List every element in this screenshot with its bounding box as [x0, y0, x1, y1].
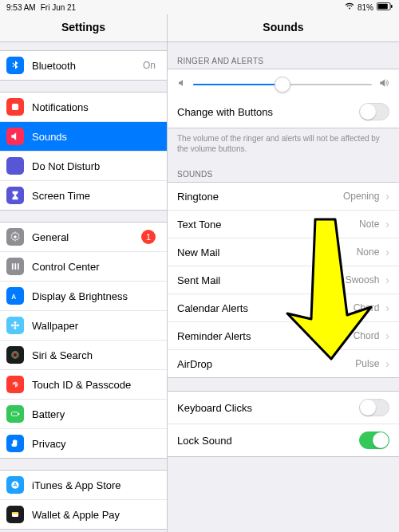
display-icon: A [6, 287, 24, 305]
detail-pane: Sounds RINGER AND ALERTS Change with But… [168, 14, 399, 532]
row-label: Text Tone [177, 219, 359, 231]
svg-rect-1 [378, 4, 388, 10]
chevron-right-icon: › [385, 190, 389, 203]
notifications-icon [6, 98, 24, 116]
sidebar-item-appstore[interactable]: iTunes & App Store [0, 471, 167, 500]
chevron-right-icon: › [385, 246, 389, 258]
sidebar-item-label: Do Not Disturb [32, 160, 159, 172]
toggle-row-lock-sound: Lock Sound [168, 424, 399, 456]
bluetooth-icon [6, 57, 24, 74]
sidebar-item-touchid[interactable]: Touch ID & Passcode [0, 370, 167, 400]
sidebar-item-label: Battery [32, 408, 159, 420]
row-value: Swoosh [346, 274, 380, 286]
sidebar-item-label: Wallpaper [32, 320, 159, 332]
status-time: 9:53 AM [6, 3, 36, 12]
ringer-footer: The volume of the ringer and alerts will… [168, 128, 399, 156]
sound-row-airdrop[interactable]: AirDropPulse› [168, 350, 399, 377]
toggles-group: Keyboard ClicksLock Sound [168, 391, 399, 457]
sidebar-item-value: On [143, 60, 156, 71]
sound-row-sent-mail[interactable]: Sent MailSwoosh› [168, 266, 399, 294]
row-label: Ringtone [177, 191, 343, 203]
row-label: Keyboard Clicks [177, 402, 359, 414]
chevron-right-icon: › [385, 274, 389, 286]
sidebar-item-label: Touch ID & Passcode [32, 379, 159, 391]
sound-row-reminder-alerts[interactable]: Reminder AlertsChord› [168, 322, 399, 350]
sidebar-item-privacy[interactable]: Privacy [0, 429, 167, 458]
sound-row-new-mail[interactable]: New MailNone› [168, 238, 399, 266]
sidebar-item-bluetooth[interactable]: Bluetooth On [0, 51, 167, 80]
row-value: Chord [354, 330, 380, 341]
battery-row-icon [6, 405, 24, 423]
sidebar-item-dnd[interactable]: Do Not Disturb [0, 152, 167, 181]
change-with-buttons-row: Change with Buttons [168, 96, 399, 128]
sidebar-item-label: Sounds [32, 131, 159, 143]
sidebar-item-battery[interactable]: Battery [0, 400, 167, 429]
sidebar-item-label: iTunes & App Store [32, 479, 159, 491]
row-label: New Mail [177, 246, 357, 258]
chevron-right-icon: › [385, 301, 389, 314]
sound-row-text-tone[interactable]: Text ToneNote› [168, 211, 399, 238]
settings-sidebar: Settings Bluetooth On Notifications Soun… [0, 14, 168, 532]
section-header-ringer: RINGER AND ALERTS [168, 42, 399, 69]
sidebar-item-sounds[interactable]: Sounds [0, 122, 167, 152]
svg-rect-16 [11, 412, 18, 416]
sidebar-item-wallpaper[interactable]: Wallpaper [0, 311, 167, 341]
notification-badge: 1 [141, 230, 156, 244]
flower-icon [6, 317, 24, 334]
wallet-icon [6, 506, 24, 523]
siri-icon [6, 346, 24, 364]
sidebar-item-label: Privacy [32, 438, 159, 450]
svg-point-11 [14, 327, 17, 329]
volume-slider-row [168, 69, 399, 96]
svg-rect-3 [12, 104, 18, 110]
hourglass-icon [6, 187, 24, 204]
wifi-icon [345, 2, 354, 12]
sidebar-title: Settings [0, 14, 167, 42]
svg-point-4 [14, 235, 17, 238]
sidebar-group: Notifications Sounds Do Not Disturb Scre… [0, 92, 167, 211]
battery-pct: 81% [358, 3, 373, 12]
sliders-icon [6, 258, 24, 275]
sidebar-item-label: Screen Time [32, 190, 159, 202]
lock-sound-toggle[interactable] [359, 432, 389, 449]
row-value: None [357, 246, 380, 258]
sidebar-group: Bluetooth On [0, 50, 167, 81]
hand-icon [6, 435, 24, 452]
svg-rect-17 [18, 413, 19, 415]
sidebar-group: General 1 Control Center A Display & Bri… [0, 222, 167, 459]
sidebar-item-display[interactable]: A Display & Brightness [0, 282, 167, 311]
sounds-icon [6, 128, 24, 145]
sidebar-item-notifications[interactable]: Notifications [0, 93, 167, 122]
status-date: Fri Jun 21 [41, 3, 76, 12]
svg-point-15 [14, 353, 18, 357]
svg-rect-5 [12, 263, 14, 270]
sidebar-item-wallet[interactable]: Wallet & Apple Pay [0, 500, 167, 529]
sound-row-calendar-alerts[interactable]: Calendar AlertsChord› [168, 294, 399, 322]
sidebar-item-screentime[interactable]: Screen Time [0, 181, 167, 210]
sidebar-item-siri[interactable]: Siri & Search [0, 341, 167, 370]
fingerprint-icon [6, 376, 24, 393]
svg-point-13 [17, 325, 19, 327]
slider-thumb[interactable] [275, 77, 290, 93]
change-with-buttons-toggle[interactable] [359, 103, 389, 120]
row-label: Calendar Alerts [177, 302, 354, 314]
sidebar-item-label: Display & Brightness [32, 290, 159, 302]
svg-rect-20 [12, 512, 18, 514]
sidebar-item-label: Bluetooth [32, 60, 143, 72]
sidebar-item-controlcenter[interactable]: Control Center [0, 252, 167, 282]
volume-slider[interactable] [193, 84, 372, 85]
gear-icon [6, 228, 24, 246]
moon-icon [6, 157, 24, 175]
svg-rect-7 [18, 263, 19, 270]
chevron-right-icon: › [385, 218, 389, 231]
svg-text:A: A [11, 294, 16, 301]
toggle-row-keyboard-clicks: Keyboard Clicks [168, 392, 399, 424]
svg-rect-6 [14, 263, 16, 270]
chevron-right-icon: › [385, 329, 389, 342]
row-label: Lock Sound [177, 435, 359, 447]
row-label: Sent Mail [177, 274, 346, 286]
keyboard-clicks-toggle[interactable] [359, 399, 389, 416]
row-label: AirDrop [177, 358, 355, 370]
sidebar-item-general[interactable]: General 1 [0, 223, 167, 252]
sound-row-ringtone[interactable]: RingtoneOpening› [168, 183, 399, 211]
